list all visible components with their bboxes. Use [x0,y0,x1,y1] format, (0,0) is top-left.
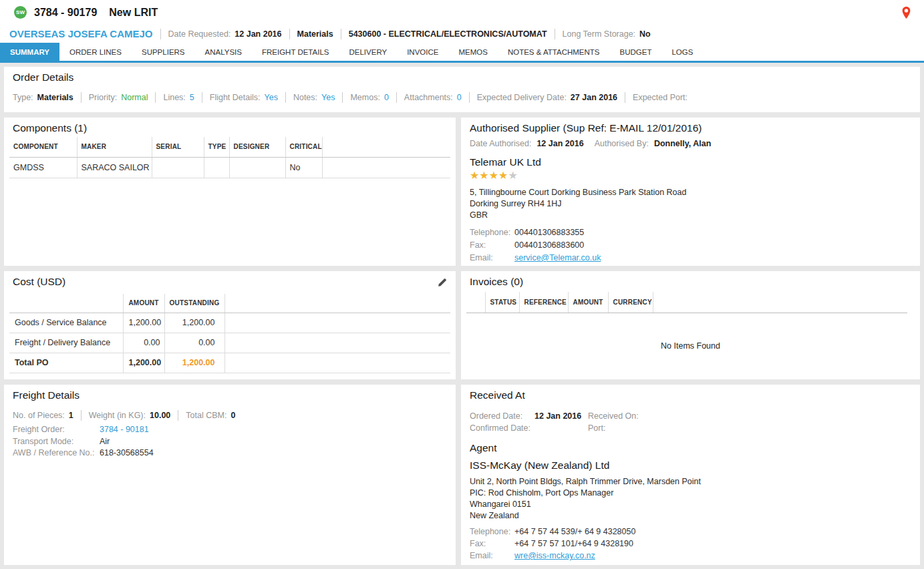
edit-cost-icon[interactable] [437,277,448,290]
email-row: Email:service@Telemar.co.uk [470,252,911,264]
received-fields: Ordered Date: 12 Jan 2016 Received On: C… [461,410,920,434]
cell-designer [229,157,285,178]
freight-order-row: Freight Order:3784 - 90181 [13,424,447,436]
address-line: Whangarei 0151 [470,499,911,510]
freight-rows: Freight Order:3784 - 90181 Transport Mod… [4,424,456,459]
component-row[interactable]: GMDSS SARACO SAILOR No [9,157,450,178]
tab-bar: SUMMARYORDER LINESSUPPLIERSANALYSISFREIG… [0,43,924,63]
attachments-value[interactable]: 0 [457,93,462,102]
telephone-label: Telephone: [470,226,514,239]
weight-label: Weight (in KG): [89,411,146,420]
freight-order-link[interactable]: 3784 - 90181 [100,425,149,434]
tab-invoice[interactable]: INVOICE [397,43,448,61]
notes-label: Notes: [293,93,317,102]
star-icon: ★ [498,170,508,181]
col-serial: SERIAL [152,137,204,157]
telephone-row: Telephone:+64 7 57 44 539/+ 64 9 4328050 [470,526,911,538]
no-items-text: No Items Found [461,341,920,351]
fax-value: 004401306883600 [514,240,584,250]
cost-total-amount: 1,200.00 [123,353,164,373]
tab-summary[interactable]: SUMMARY [0,43,59,61]
ordered-date-label: Ordered Date: [470,410,534,422]
tab-budget[interactable]: BUDGET [610,43,662,61]
type-label: Type: [13,93,33,102]
cost-title: Cost (USD) [4,271,456,289]
fax-label: Fax: [470,239,514,252]
cell-critical: No [285,157,322,178]
confirmed-date-label: Confirmed Date: [470,422,534,434]
invoices-panel: Invoices (0) STATUS REFERENCE AMOUNT CUR… [461,271,920,379]
agent-name: ISS-McKay (New Zealand) Ltd [461,459,920,471]
content: Order Details Type: Materials Priority: … [0,63,924,569]
cost-total-row: Total PO 1,200.00 1,200.00 [9,353,450,373]
divider [625,92,625,103]
components-table: COMPONENT MAKER SERIAL TYPE DESIGNER CRI… [9,137,450,178]
received-on-label: Received On: [588,410,911,422]
address-line: 5, Tillingbourne Court Dorking Business … [470,187,911,198]
flight-details-value[interactable]: Yes [265,93,278,102]
components-header-row: COMPONENT MAKER SERIAL TYPE DESIGNER CRI… [9,137,450,157]
tab-delivery[interactable]: DELIVERY [339,43,397,61]
date-requested-value: 12 Jan 2016 [235,29,281,39]
supplier-contacts: Telephone:004401306883355 Fax:0044013068… [461,226,920,264]
vessel-row: OVERSEAS JOSEFA CAMEJO Date Requested: 1… [0,25,924,43]
location-pin-icon[interactable] [902,7,911,21]
col-type: TYPE [204,137,229,157]
email-label: Email: [470,550,514,562]
tab-memos[interactable]: MEMOS [448,43,497,61]
long-term-storage-value: No [639,29,651,39]
transport-mode-label: Transport Mode: [13,436,100,448]
divider [285,92,286,103]
flight-details-label: Flight Details: [210,93,261,102]
tab-suppliers[interactable]: SUPPLIERS [132,43,195,61]
tab-order-lines[interactable]: ORDER LINES [59,43,132,61]
cost-panel: Cost (USD) AMOUNT OUTSTANDING Goods / S [4,271,456,379]
long-term-storage-label: Long Term Storage: [563,29,636,39]
address-line: Unit 2, North Point Bldgs, Ralph Trimmer… [470,476,911,488]
tab-notes-attachments[interactable]: NOTES & ATTACHMENTS [498,43,610,61]
awb-label: AWB / Reference No.: [13,447,100,459]
supplier-email-link[interactable]: service@Telemar.co.uk [514,253,601,262]
divider [396,92,397,103]
po-number: 3784 - 90179 [34,7,97,19]
freight-details-title: Freight Details [4,385,456,402]
lines-value[interactable]: 5 [190,93,194,102]
cbm-value: 0 [230,411,235,420]
address-line: GBR [470,210,911,221]
expected-delivery-date-value: 27 Jan 2016 [571,93,617,102]
date-requested-label: Date Requested: [168,29,231,39]
tab-logs[interactable]: LOGS [661,43,703,61]
agent-email-link[interactable]: wre@iss-mckay.co.nz [514,551,595,560]
address-line: Dorking Surrey RH4 1HJ [470,198,911,210]
notes-value[interactable]: Yes [321,93,335,102]
window-header: SW 3784 - 90179 New LRIT OVERSEAS JOSEFA… [0,0,924,63]
page-title: New LRIT [109,7,158,19]
tab-freight-details[interactable]: FREIGHT DETAILS [252,43,339,61]
expected-port-label: Expected Port: [633,93,687,102]
col-outstanding: OUTSTANDING [164,294,224,313]
order-details-title: Order Details [4,67,920,84]
col-empty [9,294,123,313]
address-line: New Zealand [470,510,911,522]
tab-analysis[interactable]: ANALYSIS [195,43,252,61]
authorised-by-value: Donnelly, Alan [654,139,711,148]
lines-label: Lines: [163,93,185,102]
fax-value: +64 7 57 57 101/+64 9 4328190 [514,539,633,548]
cell-type [204,157,229,178]
vessel-link[interactable]: OVERSEAS JOSEFA CAMEJO [9,28,153,39]
authorised-supplier-title: Authorised Supplier (Sup Ref: E-MAIL 12/… [461,118,920,135]
memos-value[interactable]: 0 [384,93,389,102]
app-badge: SW [14,6,27,19]
divider [160,29,161,39]
transport-mode-value: Air [100,437,110,446]
telephone-value: 004401306883355 [514,228,584,237]
cost-total-outstanding: 1,200.00 [164,353,224,373]
confirmed-date-value [534,422,588,434]
star-icon: ★ [479,170,488,181]
date-authorised-value: 12 Jan 2016 [536,139,583,148]
date-authorised-label: Date Authorised: [470,139,531,148]
category-value: 5430600 - ELECTRICAL/ELECTRONICS/AUTOMAT [349,29,547,39]
col-status: STATUS [485,292,519,313]
fax-row: Fax:+64 7 57 57 101/+64 9 4328190 [470,538,911,550]
supplier-name: Telemar UK Ltd [461,156,920,168]
